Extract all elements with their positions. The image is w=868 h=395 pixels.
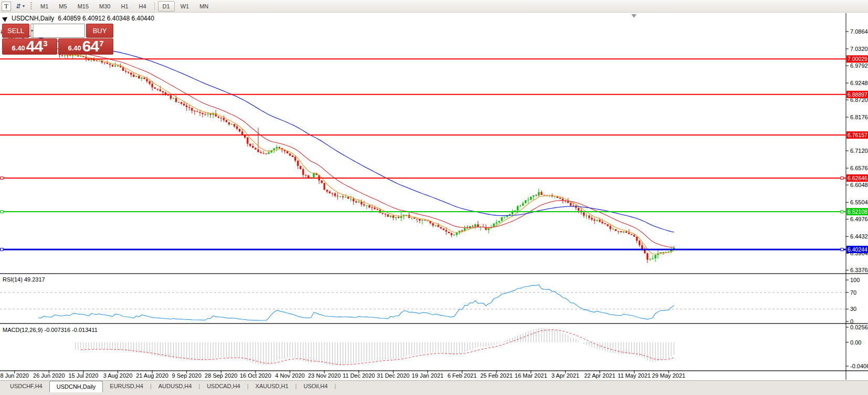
macd-panel: MACD(12,26,9) -0.007316 -0.0134110.02562… [3,324,868,369]
level-line-6.40244[interactable]: 6.40244 [0,246,868,253]
macd-label: MACD(12,26,9) -0.007316 -0.013411 [3,327,98,333]
price-tick-label: 6.44320 [850,233,868,240]
level-line-handle[interactable] [841,177,843,180]
chart-window: 7.086407.032006.979206.924806.872006.817… [0,13,868,380]
rsi-panel: RSI(14) 49.231710070300 [0,276,860,325]
date-tick-label: 31 Dec 2020 [377,372,409,379]
price-tick-label: 6.81760 [850,114,868,120]
macd-tick-label: -0.040687 [850,363,868,369]
volume-control: ▾ ▴ [30,24,85,38]
price-tick-label: 6.71200 [850,148,868,154]
date-tick-label: 3 Apr 2021 [552,372,579,379]
text-tool-icon: T [4,2,8,11]
svg-text:7.00029: 7.00029 [848,56,867,62]
level-line-6.88897[interactable]: 6.88897 [0,91,868,98]
chart-ohlc-values: 6.40859 6.40912 6.40348 6.40440 [58,15,154,22]
macd-tick-label: 0.025623 [850,324,868,330]
moving-average-18 [2,33,674,247]
price-tick-label: 7.03200 [850,46,868,52]
chart-title: USDCNH,Daily 6.40859 6.40912 6.40348 6.4… [3,15,154,22]
date-tick-label: 3 Aug 2020 [103,372,133,379]
tab-USOil-H4[interactable]: USOil,H4 [297,381,334,391]
timeframe-H1[interactable]: H1 [116,1,133,12]
buy-button[interactable]: BUY [86,24,113,38]
rsi-tick-label: 100 [850,277,860,283]
rsi-tick-label: 30 [850,306,856,312]
timeframe-D1[interactable]: D1 [158,1,175,12]
level-line-handle[interactable] [1,248,3,251]
date-tick-label: 8 Jun 2020 [0,372,28,379]
timeframe-H4[interactable]: H4 [134,1,151,12]
tab-XAUUSD-H1[interactable]: XAUUSD,H1 [249,381,295,391]
tab-USDCHF-H4[interactable]: USDCHF,H4 [3,381,49,391]
timeframe-M30[interactable]: M30 [94,1,115,12]
toolbar-separator [154,2,155,11]
buy-price-pip: 7 [99,39,103,48]
buy-price-prefix: 6.40 [68,44,81,52]
svg-text:6.62646: 6.62646 [848,175,867,181]
timeframe-M15[interactable]: M15 [73,1,93,12]
date-tick-label: 9 Sep 2020 [172,372,202,379]
date-tick-label: 11 May 2021 [618,372,651,379]
tab-AUDUSD-H4[interactable]: AUDUSD,H4 [152,381,199,391]
price-axis-labels[interactable]: 7.086407.032006.979206.924806.872006.817… [846,28,868,273]
rsi-tick-label: 70 [850,289,856,296]
tab-separator: | [334,383,336,389]
macd-tick-label: 0.00 [850,339,861,346]
date-tick-label: 21 Aug 2020 [136,372,168,379]
rsi-axis-labels: 10070300 [846,277,860,325]
price-tick-label: 6.92480 [850,80,868,86]
level-line-handle[interactable] [1,211,3,213]
text-tool-button[interactable]: T [2,2,11,11]
date-tick-label: 16 Oct 2020 [240,372,271,379]
macd-histogram [76,328,674,366]
timeframe-buttons: M1M5M15M30H1H4D1W1MN [35,0,214,13]
cursor-tool-button[interactable]: ⇵ ▾ [14,2,26,11]
date-tick-label: 26 Jun 2020 [33,372,65,379]
price-tick-label: 6.97920 [850,63,868,69]
level-line-handle[interactable] [841,248,843,251]
window-separator-main-rsi[interactable] [0,273,868,274]
svg-text:6.52108: 6.52108 [848,209,867,215]
chart-symbol-label: USDCNH,Daily [12,15,54,22]
window-separator-macd-bottom[interactable] [0,370,868,371]
price-tick-label: 6.60480 [850,182,868,188]
date-tick-label: 22 Apr 2021 [584,372,615,379]
time-axis[interactable]: 8 Jun 202026 Jun 202015 Jul 20203 Aug 20… [0,370,685,379]
price-tick-label: 6.33760 [850,267,868,273]
timeframe-M5[interactable]: M5 [54,1,71,12]
sell-price-display[interactable]: 6.40 44 3 [2,38,57,55]
window-separator-rsi-macd[interactable] [0,323,868,324]
price-tick-label: 7.08640 [850,28,868,35]
price-tick-label: 6.65760 [850,165,868,171]
rsi-label: RSI(14) 49.2317 [3,276,45,283]
rsi-line [38,285,674,320]
top-toolbar: T ⇵ ▾ M1M5M15M30H1H4D1W1MN [0,0,868,13]
tab-USDCAD-H4[interactable]: USDCAD,H4 [200,381,247,391]
sell-price-prefix: 6.40 [12,44,25,52]
date-tick-label: 25 Feb 2021 [480,372,513,379]
toolbar-grip[interactable] [30,2,32,11]
buy-price-big: 64 [82,39,99,54]
buy-price-display[interactable]: 6.40 64 7 [58,38,113,55]
swap-arrows-icon: ⇵ [16,3,21,9]
timeframe-M1[interactable]: M1 [36,1,53,12]
chart-canvas[interactable]: 7.086407.032006.979206.924806.872006.817… [0,13,868,380]
price-tick-label: 6.49760 [850,216,868,222]
level-line-7.00029[interactable]: 7.00029 [0,55,868,63]
level-line-handle[interactable] [841,211,843,213]
level-line-6.52108[interactable]: 6.52108 [0,208,868,215]
level-line-6.62646[interactable]: 6.62646 [0,174,868,182]
svg-text:6.76157: 6.76157 [848,132,867,138]
tab-USDCNH-Daily[interactable]: USDCNH,Daily [49,381,103,392]
chart-shift-marker-icon[interactable] [631,14,637,18]
level-line-handle[interactable] [1,177,3,180]
volume-input[interactable] [34,24,85,37]
chevron-down-icon: ▾ [23,4,25,8]
timeframe-MN[interactable]: MN [195,1,213,12]
timeframe-W1[interactable]: W1 [176,1,194,12]
tab-EURUSD-H4[interactable]: EURUSD,H4 [103,381,150,391]
date-tick-label: 15 Jul 2020 [68,372,98,379]
level-line-6.76157[interactable]: 6.76157 [0,131,868,139]
sell-button[interactable]: SELL [2,24,29,38]
